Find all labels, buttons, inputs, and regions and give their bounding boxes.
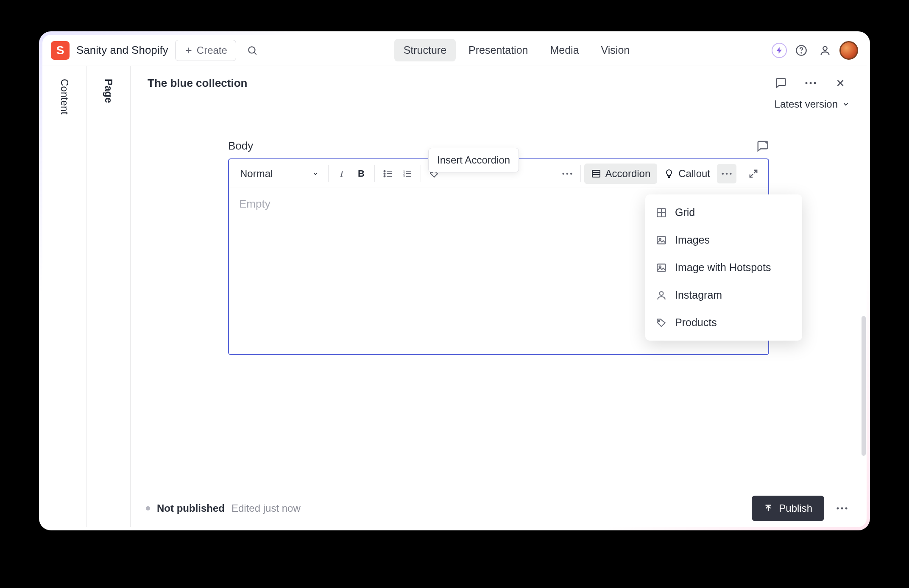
svg-rect-22 <box>657 236 666 244</box>
svg-point-29 <box>841 507 843 509</box>
help-button[interactable] <box>792 41 811 60</box>
svg-point-4 <box>806 82 808 84</box>
presence-button[interactable] <box>816 41 834 60</box>
bold-button[interactable]: B <box>351 164 371 183</box>
insert-more-button[interactable] <box>717 164 736 183</box>
svg-rect-17 <box>592 170 600 177</box>
search-button[interactable] <box>243 41 262 60</box>
nav-vision[interactable]: Vision <box>592 39 639 61</box>
editor-placeholder: Empty <box>239 197 270 210</box>
rail-content[interactable]: Content <box>42 66 86 527</box>
svg-point-8 <box>384 173 385 174</box>
nav-structure[interactable]: Structure <box>394 39 456 61</box>
nav-presentation[interactable]: Presentation <box>459 39 537 61</box>
svg-point-2 <box>801 53 801 53</box>
field-label-body: Body <box>228 139 253 153</box>
svg-point-3 <box>823 46 827 50</box>
footer-more-button[interactable] <box>833 499 851 518</box>
nav-media[interactable]: Media <box>541 39 588 61</box>
sanity-logo-icon: S <box>51 41 70 60</box>
svg-text:3: 3 <box>403 175 405 178</box>
document-title: The blue collection <box>148 77 247 90</box>
svg-point-20 <box>730 172 732 175</box>
insert-menu: Grid Images Image with Hotspots <box>645 194 802 341</box>
image-icon <box>655 262 667 273</box>
comments-button[interactable] <box>772 74 790 92</box>
main-nav: Structure Presentation Media Vision <box>268 39 765 61</box>
insert-instagram[interactable]: Instagram <box>645 281 802 309</box>
workspace-name: Sanity and Shopify <box>76 44 168 57</box>
grid-icon <box>655 207 667 218</box>
top-bar: S Sanity and Shopify Create Structure Pr… <box>42 35 867 66</box>
close-button[interactable] <box>831 74 850 92</box>
scrollbar[interactable] <box>862 316 866 456</box>
insert-images[interactable]: Images <box>645 226 802 254</box>
insert-grid[interactable]: Grid <box>645 199 802 226</box>
svg-point-18 <box>722 172 724 175</box>
create-label: Create <box>197 44 227 56</box>
document-footer: Not published Edited just now Publish <box>131 489 867 527</box>
insert-image-hotspots[interactable]: Image with Hotspots <box>645 254 802 281</box>
svg-point-5 <box>810 82 812 84</box>
ai-assist-button[interactable] <box>756 140 769 153</box>
toolbar-more-left-button[interactable] <box>558 164 577 183</box>
svg-point-9 <box>384 175 385 177</box>
create-button[interactable]: Create <box>175 40 236 61</box>
chevron-down-icon <box>312 170 319 177</box>
svg-point-19 <box>726 172 728 175</box>
svg-point-30 <box>845 507 848 509</box>
svg-rect-24 <box>657 264 666 271</box>
publish-button[interactable]: Publish <box>752 496 824 521</box>
svg-point-14 <box>562 172 564 175</box>
user-icon <box>655 290 667 301</box>
italic-button[interactable]: I <box>332 164 351 183</box>
svg-point-7 <box>384 170 385 172</box>
svg-point-15 <box>566 172 568 175</box>
svg-point-0 <box>248 47 255 53</box>
bullet-list-button[interactable] <box>378 164 398 183</box>
chevron-down-icon <box>842 100 850 108</box>
publish-status: Not published <box>157 502 225 514</box>
status-dot-icon <box>146 506 150 510</box>
plus-icon <box>184 46 193 55</box>
insert-callout-button[interactable]: Callout <box>657 164 717 184</box>
svg-point-6 <box>814 82 816 84</box>
block-style-select[interactable]: Normal <box>234 164 325 184</box>
svg-point-27 <box>658 320 660 322</box>
bulb-icon <box>664 169 674 179</box>
insert-accordion-button[interactable]: Accordion <box>584 164 658 184</box>
tooltip: Insert Accordion <box>428 148 519 172</box>
svg-point-28 <box>837 507 839 509</box>
rows-icon <box>591 169 601 179</box>
insert-products[interactable]: Products <box>645 309 802 336</box>
svg-point-16 <box>570 172 572 175</box>
tag-icon <box>655 317 667 328</box>
rail-page[interactable]: Page <box>86 66 131 527</box>
fullscreen-button[interactable] <box>744 164 763 183</box>
image-icon <box>655 235 667 246</box>
edited-timestamp: Edited just now <box>231 502 301 514</box>
upload-icon <box>764 504 773 513</box>
version-select[interactable]: Latest version <box>775 98 850 110</box>
user-avatar[interactable] <box>839 41 858 60</box>
svg-point-26 <box>660 291 664 295</box>
bolt-icon[interactable] <box>772 43 787 58</box>
numbered-list-button[interactable]: 123 <box>398 164 417 183</box>
document-actions-button[interactable] <box>801 74 820 92</box>
